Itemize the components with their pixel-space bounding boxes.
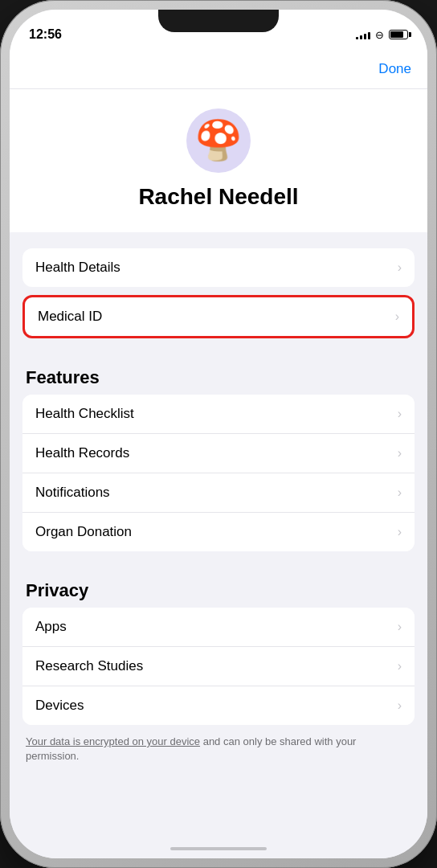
health-details-container: Health Details ›: [22, 248, 415, 287]
home-indicator: [170, 847, 267, 850]
footer-text: Your data is encrypted on your device an…: [10, 725, 427, 773]
status-icons: ⊖: [356, 29, 408, 41]
profile-section: 🍄 Rachel Needell: [10, 89, 427, 232]
avatar-emoji: 🍄: [194, 118, 243, 163]
notifications-label: Notifications: [35, 485, 110, 501]
notifications-item[interactable]: Notifications ›: [22, 473, 415, 513]
medical-id-chevron: ›: [395, 309, 399, 324]
health-details-label: Health Details: [35, 260, 120, 276]
health-checklist-item[interactable]: Health Checklist ›: [22, 395, 415, 434]
organ-donation-item[interactable]: Organ Donation ›: [22, 513, 415, 551]
battery-fill: [390, 31, 403, 38]
medical-id-label: Medical ID: [38, 309, 102, 325]
features-list: Health Checklist › Health Records › Noti…: [22, 395, 415, 551]
phone-screen: 12:56 ⊖ Done: [10, 10, 427, 858]
privacy-header: Privacy: [10, 567, 427, 608]
status-time: 12:56: [29, 27, 62, 42]
footer-content: Your data is encrypted on your device an…: [26, 735, 356, 762]
privacy-list: Apps › Research Studies › Devices ›: [22, 608, 415, 725]
done-button[interactable]: Done: [378, 61, 411, 77]
avatar: 🍄: [186, 108, 251, 173]
apps-item[interactable]: Apps ›: [22, 608, 415, 647]
health-records-item[interactable]: Health Records ›: [22, 434, 415, 473]
signal-icon: [356, 30, 370, 39]
features-section: Features Health Checklist › Health Recor…: [10, 354, 427, 551]
notch: [158, 10, 279, 32]
research-studies-chevron: ›: [398, 659, 402, 674]
nav-header: Done: [10, 50, 427, 89]
research-studies-item[interactable]: Research Studies ›: [22, 647, 415, 686]
health-checklist-label: Health Checklist: [35, 406, 134, 422]
battery-icon: [389, 30, 408, 39]
health-records-label: Health Records: [35, 445, 129, 461]
health-checklist-chevron: ›: [398, 407, 402, 421]
content-area: Done 🍄 Rachel Needell Health Details ›: [10, 50, 427, 858]
apps-chevron: ›: [398, 620, 402, 634]
health-details-chevron: ›: [398, 260, 402, 275]
profile-items-section: Health Details › Medical ID ›: [10, 248, 427, 338]
apps-label: Apps: [35, 619, 67, 635]
devices-item[interactable]: Devices ›: [22, 686, 415, 725]
notifications-chevron: ›: [398, 485, 402, 500]
profile-name: Rachel Needell: [138, 184, 298, 210]
organ-donation-label: Organ Donation: [35, 524, 132, 540]
health-details-item[interactable]: Health Details ›: [22, 248, 415, 287]
devices-chevron: ›: [398, 698, 402, 713]
wifi-icon: ⊖: [375, 29, 384, 41]
phone-frame: 12:56 ⊖ Done: [0, 0, 437, 868]
features-header: Features: [10, 354, 427, 395]
medical-id-item[interactable]: Medical ID ›: [22, 295, 415, 338]
health-records-chevron: ›: [398, 446, 402, 461]
devices-label: Devices: [35, 698, 84, 714]
organ-donation-chevron: ›: [398, 525, 402, 539]
privacy-section: Privacy Apps › Research Studies › Device…: [10, 567, 427, 725]
research-studies-label: Research Studies: [35, 658, 143, 674]
